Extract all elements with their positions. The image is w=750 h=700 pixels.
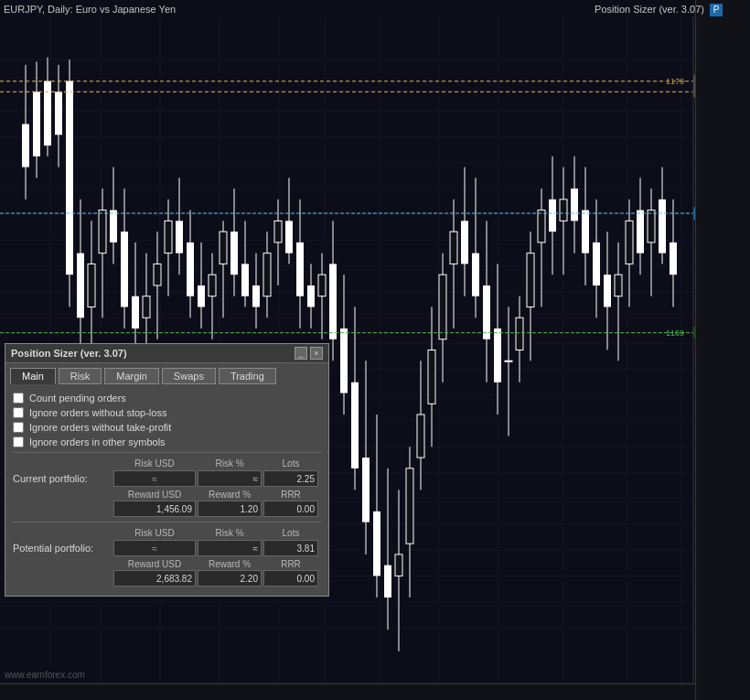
potential-risk-pct-field[interactable] <box>198 540 262 556</box>
panel-controls: _ × <box>295 347 323 360</box>
col-header-reward-pct: Reward % <box>198 490 262 500</box>
potential-rrr-field[interactable] <box>263 570 318 587</box>
col-header-risk-usd: Risk USD <box>113 458 196 468</box>
checkbox-row-0: Count pending orders <box>13 393 321 404</box>
panel-tabs: Main Risk Margin Swaps Trading <box>5 363 328 387</box>
col-header-rrr: RRR <box>263 490 318 500</box>
divider-2 <box>13 522 321 522</box>
count-pending-orders-label: Count pending orders <box>29 393 126 404</box>
col-header-risk-pct: Risk % <box>198 458 262 468</box>
ignore-no-stoploss-label: Ignore orders without stop-loss <box>29 407 166 418</box>
current-rrr-field[interactable] <box>263 501 318 517</box>
current-reward-pct-field[interactable] <box>198 501 262 517</box>
date-axis <box>0 684 695 700</box>
col-header-lots: Lots <box>263 458 318 468</box>
ignore-no-stoploss-checkbox[interactable] <box>13 407 24 418</box>
tab-risk[interactable]: Risk <box>59 368 102 384</box>
current-portfolio-col-headers: Risk USD Risk % Lots <box>113 458 318 468</box>
current-lots-field[interactable] <box>263 470 318 487</box>
ignore-no-takeprofit-label: Ignore orders without take-profit <box>29 422 171 433</box>
potential-portfolio-section: Risk USD Risk % Lots Potential portfolio… <box>13 528 321 587</box>
potential-portfolio-label: Potential portfolio: <box>13 543 113 554</box>
current-portfolio-section: Risk USD Risk % Lots Current portfolio: … <box>13 458 321 517</box>
watermark: www.earnforex.com <box>5 670 85 680</box>
current-reward-values <box>113 501 321 517</box>
potential-portfolio-headers: Risk USD Risk % Lots <box>13 528 321 538</box>
checkbox-row-1: Ignore orders without stop-loss <box>13 407 321 418</box>
current-portfolio-label: Current portfolio: <box>13 473 113 484</box>
price-axis <box>695 0 750 700</box>
pot-col-header-risk-pct: Risk % <box>198 528 262 538</box>
pot-col-header-rrr: RRR <box>263 559 318 569</box>
potential-reward-values <box>113 570 321 587</box>
panel-content: Count pending orders Ignore orders witho… <box>5 387 328 596</box>
reward-col-headers: Reward USD Reward % RRR <box>113 490 321 500</box>
potential-reward-pct-field[interactable] <box>198 570 262 587</box>
chart-ps-icon: P <box>710 4 723 16</box>
checkbox-row-2: Ignore orders without take-profit <box>13 422 321 433</box>
checkbox-row-3: Ignore orders in other symbols <box>13 436 321 447</box>
minimize-button[interactable]: _ <box>295 347 307 360</box>
pot-col-header-reward-pct: Reward % <box>198 559 262 569</box>
potential-portfolio-values-row: Potential portfolio: <box>13 540 321 556</box>
col-header-reward-usd: Reward USD <box>113 490 196 500</box>
potential-portfolio-fields <box>113 540 318 556</box>
pot-col-header-lots: Lots <box>263 528 318 538</box>
chart-position-sizer-label: Position Sizer (ver. 3.07) P <box>595 4 723 16</box>
potential-reward-usd-field[interactable] <box>113 570 196 587</box>
ignore-other-symbols-label: Ignore orders in other symbols <box>29 436 166 447</box>
current-reward-usd-field[interactable] <box>113 501 196 517</box>
potential-risk-usd-field[interactable] <box>113 540 196 556</box>
panel-titlebar[interactable]: Position Sizer (ver. 3.07) _ × <box>5 344 328 363</box>
tab-main[interactable]: Main <box>10 368 56 384</box>
pot-col-header-reward-usd: Reward USD <box>113 559 196 569</box>
ignore-no-takeprofit-checkbox[interactable] <box>13 422 24 433</box>
pot-col-header-risk-usd: Risk USD <box>113 528 196 538</box>
tab-swaps[interactable]: Swaps <box>162 368 216 384</box>
divider-1 <box>13 452 321 453</box>
potential-reward-col-headers: Reward USD Reward % RRR <box>113 559 321 569</box>
chart-title: EURJPY, Daily: Euro vs Japanese Yen <box>4 4 176 15</box>
potential-lots-field[interactable] <box>263 540 318 556</box>
tab-margin[interactable]: Margin <box>104 368 159 384</box>
potential-portfolio-col-headers: Risk USD Risk % Lots <box>113 528 318 538</box>
current-risk-usd-field[interactable] <box>113 470 196 487</box>
ignore-other-symbols-checkbox[interactable] <box>13 436 24 447</box>
current-risk-pct-field[interactable] <box>198 470 262 487</box>
count-pending-orders-checkbox[interactable] <box>13 393 24 404</box>
current-portfolio-values-row: Current portfolio: <box>13 470 321 487</box>
close-button[interactable]: × <box>310 347 323 360</box>
panel-title: Position Sizer (ver. 3.07) <box>11 348 127 359</box>
tab-trading[interactable]: Trading <box>219 368 276 384</box>
current-portfolio-fields <box>113 470 318 487</box>
position-sizer-panel: Position Sizer (ver. 3.07) _ × Main Risk… <box>5 343 329 597</box>
current-portfolio-headers: Risk USD Risk % Lots <box>13 458 321 468</box>
